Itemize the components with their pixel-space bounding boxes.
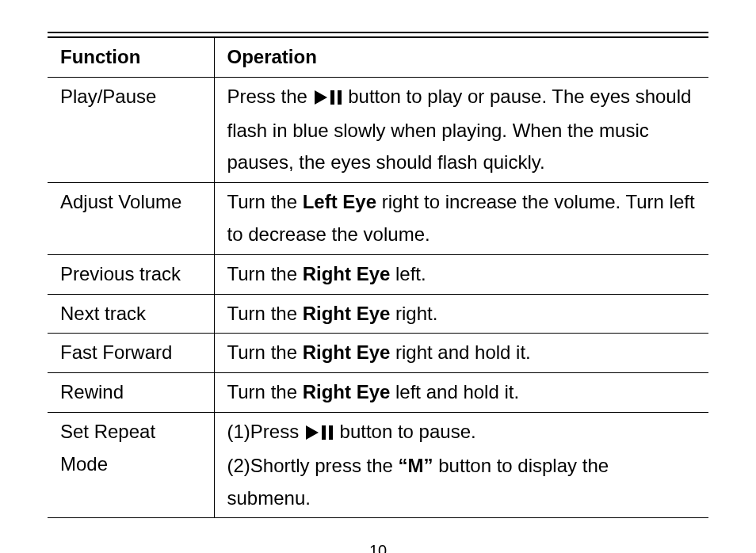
row-adjust-volume: Adjust Volume Turn the Left Eye right to… <box>48 183 708 255</box>
func-next-track: Next track <box>48 294 214 334</box>
table-header-row: Function Operation <box>48 37 708 77</box>
row-rewind: Rewind Turn the Right Eye left and hold … <box>48 373 708 413</box>
svg-rect-4 <box>322 425 326 440</box>
func-rewind: Rewind <box>48 373 214 413</box>
op-adjust-volume: Turn the Left Eye right to increase the … <box>214 183 708 255</box>
svg-rect-2 <box>338 90 342 105</box>
row-next-track: Next track Turn the Right Eye right. <box>48 294 708 334</box>
page-number: 10 <box>48 537 708 553</box>
svg-marker-3 <box>306 425 319 440</box>
play-pause-icon <box>306 418 333 450</box>
func-previous-track: Previous track <box>48 254 214 294</box>
op-set-repeat: (1)Press button to pause. (2)Shortly pre… <box>214 412 708 517</box>
row-previous-track: Previous track Turn the Right Eye left. <box>48 254 708 294</box>
op-play-pause: Press the button to play or pause. The e… <box>214 77 708 182</box>
header-function: Function <box>48 37 214 77</box>
op-rewind: Turn the Right Eye left and hold it. <box>214 373 708 413</box>
play-pause-icon <box>315 82 342 115</box>
function-operation-table: Function Operation Play/Pause Press the … <box>48 36 708 518</box>
svg-marker-0 <box>315 90 327 105</box>
func-set-repeat: Set Repeat Mode <box>48 412 214 517</box>
svg-rect-1 <box>330 90 334 105</box>
func-adjust-volume: Adjust Volume <box>48 183 214 255</box>
row-fast-forward: Fast Forward Turn the Right Eye right an… <box>48 334 708 373</box>
svg-rect-5 <box>329 425 333 440</box>
manual-page: Function Operation Play/Pause Press the … <box>0 0 756 553</box>
func-play-pause: Play/Pause <box>48 77 214 182</box>
top-rule <box>48 32 708 33</box>
func-fast-forward: Fast Forward <box>48 334 214 373</box>
header-operation: Operation <box>214 37 708 77</box>
row-play-pause: Play/Pause Press the button to play or p… <box>48 77 708 182</box>
op-fast-forward: Turn the Right Eye right and hold it. <box>214 334 708 373</box>
op-next-track: Turn the Right Eye right. <box>214 294 708 334</box>
op-previous-track: Turn the Right Eye left. <box>214 254 708 294</box>
row-set-repeat: Set Repeat Mode (1)Press button to pause… <box>48 412 708 517</box>
